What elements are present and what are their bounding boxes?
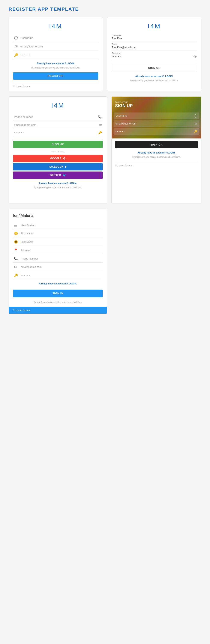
card5-logo: Ion4Material (13, 214, 103, 218)
card2-logo: I4M (112, 22, 197, 30)
card3-twitter-button[interactable]: TWITTER 🐦 (13, 172, 103, 179)
card3-already-text: Already have an account? LOGIN. (13, 182, 103, 184)
card1-terms: By registering you accept the terms and … (13, 66, 98, 69)
card-register-2: I4M Username JhonDoe Email JhonDoe@email… (107, 17, 202, 91)
card5-lastname-placeholder: Last Name (21, 240, 33, 244)
card4-terms: By registering you accept the terms and … (115, 156, 198, 159)
card5-email-field: ✉ email@demo.com (13, 264, 103, 271)
page-title: REGISTER APP TEMPLATE (8, 6, 202, 12)
card4-overlay-fields: Username ◯ email@demo.com ✉ • • • • • • … (114, 112, 199, 136)
card3-login-link[interactable]: LOGIN. (69, 182, 77, 184)
person-icon-4: ◯ (194, 114, 197, 118)
card3-password-dots: • • • • • • (14, 131, 98, 134)
card4-password-field: • • • • • • 🔑 (114, 128, 199, 135)
card1-register-button[interactable]: REGISTER! (13, 72, 98, 80)
card4-overlay-text: Lorem, ipsum. SIGN UP (115, 101, 133, 108)
card5-terms: By registering you accept the terms and … (13, 301, 103, 304)
key-icon-4: 🔑 (194, 130, 197, 133)
card4-already-text: Already have an account? LOGIN. (115, 151, 198, 154)
card3-facebook-button[interactable]: FACEBOOK f (13, 163, 103, 170)
google-icon: G (63, 157, 66, 160)
card4-email-placeholder: email@demo.com (116, 122, 195, 125)
card1-footer: © Lorem, ipsum. (13, 83, 98, 88)
key-icon-3: 🔑 (98, 131, 102, 134)
card1-already-text: Already have an account? LOGIN. (13, 62, 98, 64)
card5-phone-placeholder: Phone Number (21, 257, 38, 260)
card5-password-field: 🔑 • • • • • • (13, 272, 103, 279)
card1-logo: I4M (13, 22, 98, 30)
facebook-icon: f (65, 165, 67, 168)
card5-body: Ion4Material ▬ Identification 😊 Firts Na… (9, 209, 107, 304)
card3-terms: By registering you accept the terms and … (13, 186, 103, 189)
card4-footer: © Lorem, ipsum. (115, 162, 198, 166)
card3-signup-button[interactable]: SIGN UP (13, 140, 103, 148)
card-register-1: I4M ◯ Username ✉ email@demo.com 🔑 • • • … (8, 17, 103, 91)
card4-bottom: SIGN UP Already have an account? LOGIN. … (112, 138, 201, 170)
card2-password-label: Password (112, 52, 197, 54)
card2-email-value: JhonDoe@email.com (112, 46, 197, 50)
card4-username-field: Username ◯ (114, 112, 199, 119)
card-register-3: I4M Phone Number 📞 email@demo.com ✉ • • … (8, 96, 107, 204)
card2-email-label: Email (112, 43, 197, 46)
id-card-icon: ▬ (14, 224, 18, 227)
face-icon-2: 😊 (14, 240, 18, 244)
card5-firstname-field: 😊 Firts Name (13, 230, 103, 238)
card4-password-dots: • • • • • • (116, 130, 194, 133)
card-register-4: Lorem, ipsum. SIGN UP Username ◯ email@d… (111, 96, 202, 204)
card2-username-value: JhonDoe (112, 37, 197, 42)
card3-logo: I4M (13, 102, 103, 109)
card5-password-dots: • • • • • • (21, 274, 30, 277)
face-icon-1: 😊 (14, 232, 18, 236)
eye-icon[interactable]: 👁 (194, 55, 197, 59)
card2-terms: By registering you accept the terms and … (112, 79, 197, 82)
card5-footer: © Lorem, ipsum. (9, 307, 107, 314)
card3-divider: ------ or ------ (13, 150, 103, 153)
card3-phone-field: Phone Number 📞 (13, 113, 103, 120)
card5-phone-field: 📞 Phone Number (13, 255, 103, 262)
card3-password-field: • • • • • • 🔑 (13, 129, 103, 136)
card1-login-link[interactable]: LOGIN. (67, 62, 75, 64)
location-icon: 📍 (14, 248, 18, 252)
card5-address-placeholder: Address (21, 249, 30, 252)
card2-already-text: Already have an account? LOGIN. (112, 75, 197, 78)
card5-login-link[interactable]: LOGIN. (69, 282, 77, 285)
card3-email-placeholder: email@demo.com (14, 123, 99, 126)
card4-username-placeholder: Username (116, 114, 194, 117)
card-register-5: Ion4Material ▬ Identification 😊 Firts Na… (8, 209, 107, 314)
card2-username-label: Username (112, 34, 197, 36)
card1-password-field: 🔑 • • • • • • (13, 51, 98, 59)
key-icon: 🔑 (14, 53, 18, 57)
email-icon-3: ✉ (99, 123, 102, 126)
card2-password-value: • • • • • • 👁 (112, 55, 197, 60)
card1-password-dots: • • • • • • (20, 54, 97, 57)
card3-phone-placeholder: Phone Number (14, 115, 98, 118)
email-icon: ✉ (14, 44, 18, 48)
card5-lastname-field: 😊 Last Name (13, 238, 103, 246)
card1-email-field: ✉ email@demo.com (13, 43, 98, 50)
phone-icon-5: 📞 (14, 257, 18, 260)
person-icon: ◯ (14, 36, 18, 40)
card4-signup-button[interactable]: SIGN UP (115, 141, 198, 148)
card5-already-text: Already have an account? LOGIN. (13, 282, 103, 285)
card1-email-placeholder: email@demo.com (20, 45, 97, 48)
phone-icon: 📞 (98, 115, 102, 118)
card5-email-placeholder: email@demo.com (21, 266, 41, 268)
card4-login-link[interactable]: LOGIN. (167, 151, 176, 154)
twitter-icon: 🐦 (63, 174, 66, 177)
card3-google-button[interactable]: GOOGLE G (13, 155, 103, 162)
card5-signin-button[interactable]: SIGN IN (13, 290, 103, 297)
card2-login-link[interactable]: LOGIN. (165, 75, 173, 78)
card1-username-placeholder: Username (20, 36, 97, 40)
card4-email-field: email@demo.com ✉ (114, 120, 199, 127)
card3-email-field: email@demo.com ✉ (13, 121, 103, 128)
card2-signup-button[interactable]: SIGN UP (112, 64, 197, 72)
card4-image-area: Lorem, ipsum. SIGN UP Username ◯ email@d… (112, 96, 201, 138)
card1-username-field: ◯ Username (13, 34, 98, 42)
key-icon-5: 🔑 (14, 274, 18, 277)
card5-id-placeholder: Identification (21, 224, 35, 227)
card5-address-field: 📍 Address (13, 247, 103, 254)
card5-id-field: ▬ Identification (13, 222, 103, 229)
email-icon-5: ✉ (14, 265, 18, 269)
email-icon-4: ✉ (195, 122, 197, 125)
card5-firstname-placeholder: Firts Name (21, 232, 33, 235)
